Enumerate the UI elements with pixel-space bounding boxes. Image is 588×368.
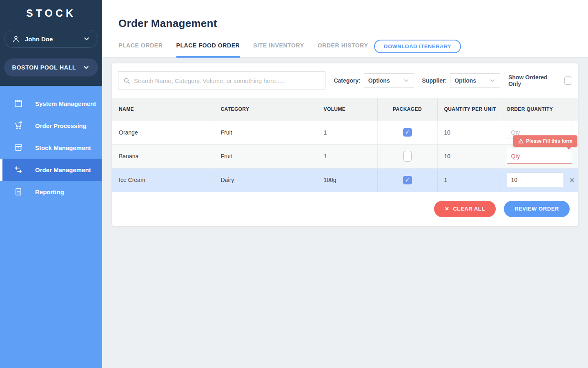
error-tooltip-text: Please Fill this form: [526, 138, 572, 144]
sidebar: STOCK John Doe BOSTON POOL HALL: [0, 0, 102, 368]
filter-bar: Category: Options Supplier: Options Show…: [112, 63, 578, 98]
cell-volume: 1: [317, 144, 377, 168]
cell-volume: 100g: [317, 168, 377, 192]
cell-category: Fruit: [214, 144, 317, 168]
cell-name: Ice Cream: [112, 168, 214, 192]
cell-name: Orange: [112, 121, 214, 144]
warning-icon: [518, 139, 523, 144]
clear-row-icon[interactable]: ✕: [569, 176, 575, 185]
user-icon: [12, 35, 20, 43]
table-row-ice-cream: Ice Cream Dairy 100g ✓ 1 ✕: [112, 168, 578, 192]
sidebar-item-order-management[interactable]: Order Management: [0, 159, 102, 181]
supplier-select-value: Options: [454, 77, 476, 84]
sidebar-item-order-processing[interactable]: Order Processing: [0, 114, 102, 137]
table-row-orange: Orange Fruit 1 ✓ 10: [112, 121, 578, 144]
document-icon: [13, 187, 23, 197]
sidebar-item-label: Order Management: [35, 166, 91, 173]
show-ordered-only-label: Show Ordered Only: [508, 74, 560, 87]
app-logo: STOCK: [0, 7, 102, 19]
clear-all-label: CLEAR ALL: [453, 206, 485, 212]
column-header-volume: VOLUME: [317, 98, 377, 121]
sidebar-item-stock-management[interactable]: Stock Management: [0, 137, 102, 159]
chevron-down-icon: [82, 64, 90, 71]
chevron-down-icon: [83, 35, 90, 43]
search-box: [118, 71, 325, 90]
site-name: BOSTON POOL HALL: [12, 64, 76, 71]
card-footer: ✕ CLEAR ALL REVIEW ORDER: [112, 192, 578, 226]
supplier-select[interactable]: Options: [450, 73, 500, 88]
cell-qty-per-unit: 10: [437, 144, 500, 168]
order-qty-input-error[interactable]: [507, 149, 572, 164]
sidebar-item-label: Stock Management: [35, 144, 91, 151]
main-area: Order Management PLACE ORDER PLACE FOOD …: [102, 0, 588, 368]
cart-icon: [13, 121, 23, 130]
cell-name: Banana: [112, 144, 214, 168]
category-label: Category:: [334, 77, 360, 84]
cell-category: Dairy: [214, 168, 317, 192]
column-header-quantity-per-unit: QUANTITY PER UNIT: [437, 98, 500, 121]
search-icon: [123, 77, 130, 84]
chevron-down-icon: [489, 77, 496, 84]
download-itinerary-button[interactable]: DOWNLOAD ITENERARY: [374, 40, 461, 53]
chevron-down-icon: [403, 77, 410, 84]
sidebar-item-reporting[interactable]: Reporting: [0, 181, 102, 203]
category-select-value: Options: [368, 77, 390, 84]
archive-icon: [13, 143, 23, 153]
sidebar-item-system-management[interactable]: System Management: [0, 92, 102, 114]
category-select[interactable]: Options: [364, 73, 414, 88]
content-area: Category: Options Supplier: Options Show…: [102, 58, 588, 368]
sidebar-top: STOCK John Doe BOSTON POOL HALL: [0, 0, 102, 86]
sidebar-item-label: Reporting: [35, 188, 64, 195]
user-name: John Doe: [25, 36, 83, 43]
sidebar-nav: System Management Order Processing Stock…: [0, 86, 102, 368]
tab-place-order[interactable]: PLACE ORDER: [118, 42, 163, 58]
order-card: Category: Options Supplier: Options Show…: [112, 63, 578, 226]
column-header-order-quantity: ORDER QUANTITY: [500, 98, 578, 121]
page-header: Order Management PLACE ORDER PLACE FOOD …: [102, 0, 588, 58]
packaged-checkbox[interactable]: [403, 151, 412, 162]
sidebar-item-label: System Management: [35, 100, 96, 107]
cell-qty-per-unit: 1: [437, 168, 500, 192]
site-selector[interactable]: BOSTON POOL HALL: [4, 58, 98, 76]
order-table: NAME CATEGORY VOLUME PACKAGED QUANTITY P…: [112, 98, 578, 192]
show-ordered-only-checkbox[interactable]: [564, 76, 572, 85]
packaged-checkbox[interactable]: ✓: [403, 176, 412, 184]
close-icon: ✕: [445, 206, 450, 212]
cell-qty-per-unit: 10: [437, 121, 500, 144]
column-header-packaged: PACKAGED: [377, 98, 437, 121]
sidebar-item-label: Order Processing: [35, 122, 87, 129]
supplier-label: Supplier:: [422, 77, 447, 84]
search-input[interactable]: [134, 77, 320, 84]
page-title: Order Management: [118, 17, 217, 30]
review-order-label: REVIEW ORDER: [514, 206, 559, 212]
cell-category: Fruit: [214, 121, 317, 144]
table-row-banana: Banana Fruit 1 10: [112, 144, 578, 168]
tab-place-food-order[interactable]: PLACE FOOD ORDER: [176, 42, 240, 58]
tab-bar: PLACE ORDER PLACE FOOD ORDER SITE INVENT…: [118, 42, 381, 58]
order-qty-input[interactable]: [507, 173, 564, 187]
user-menu[interactable]: John Doe: [4, 30, 98, 48]
tab-site-inventory[interactable]: SITE INVENTORY: [253, 42, 304, 58]
error-tooltip: Please Fill this form: [513, 135, 577, 147]
packaged-checkbox[interactable]: ✓: [403, 128, 412, 137]
column-header-category: CATEGORY: [214, 98, 317, 121]
column-header-name: NAME: [112, 98, 214, 121]
transfer-arrows-icon: [13, 165, 23, 175]
cell-volume: 1: [317, 121, 377, 144]
review-order-button[interactable]: REVIEW ORDER: [504, 201, 570, 217]
clear-all-button[interactable]: ✕ CLEAR ALL: [434, 201, 496, 217]
tab-order-history[interactable]: ORDER HISTORY: [318, 42, 368, 58]
package-icon: [13, 99, 23, 108]
table-header-row: NAME CATEGORY VOLUME PACKAGED QUANTITY P…: [112, 98, 578, 121]
